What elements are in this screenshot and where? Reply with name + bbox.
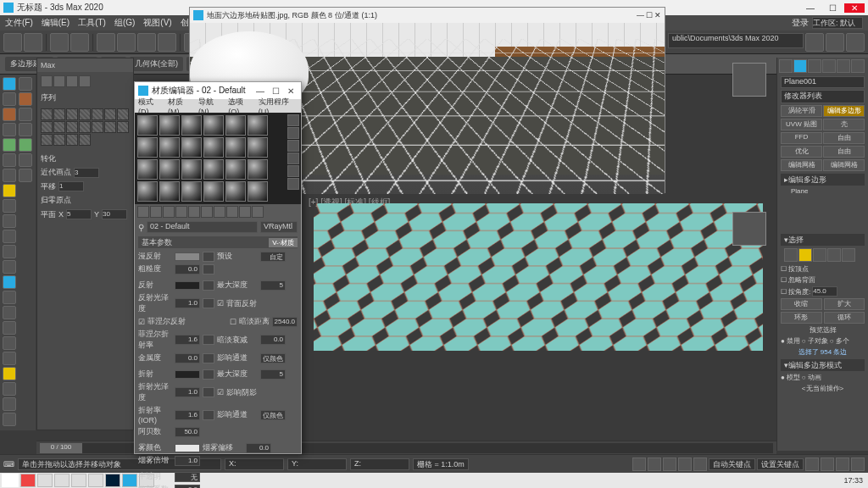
create-tab-icon[interactable] [779, 59, 793, 73]
thumb-icon[interactable] [53, 108, 65, 120]
menu-item[interactable]: 编辑(E) [42, 17, 70, 29]
time-thumb[interactable]: 0 / 100 [40, 443, 82, 453]
material-editor-button[interactable] [846, 33, 865, 52]
tool-icon[interactable] [3, 352, 16, 365]
sample-slot[interactable] [159, 181, 180, 202]
tool-icon[interactable] [19, 138, 32, 152]
move-button[interactable] [117, 33, 136, 52]
se-tool-icon[interactable] [66, 75, 78, 87]
rough-spinner[interactable]: 0.0 [175, 264, 200, 274]
refl-swatch[interactable] [175, 281, 200, 290]
diffuse-swatch[interactable] [175, 252, 200, 261]
play-next-icon[interactable] [678, 458, 692, 471]
play-end-icon[interactable] [693, 458, 707, 471]
thumb-icon[interactable] [66, 121, 78, 133]
edge-subobj-icon[interactable] [798, 248, 812, 262]
sample-slot[interactable] [248, 159, 268, 180]
tool-icon[interactable] [3, 382, 16, 396]
mat-tool-icon[interactable] [163, 206, 175, 218]
se-tool-icon[interactable] [41, 75, 53, 87]
thumb-icon[interactable] [53, 121, 65, 133]
mat-side-tool-icon[interactable] [287, 114, 299, 126]
taskbar-app-icon[interactable] [20, 474, 36, 487]
tool-icon[interactable] [3, 260, 16, 274]
sample-slot[interactable] [203, 137, 224, 158]
nav-icon[interactable] [836, 458, 849, 471]
minimize-button[interactable]: — [800, 3, 821, 13]
sample-slot[interactable] [248, 137, 268, 158]
play-start-icon[interactable] [632, 458, 646, 471]
tool-icon[interactable] [19, 92, 32, 106]
ribbon-tab[interactable]: 几何体(全部) [130, 57, 183, 71]
tool-icon[interactable] [19, 77, 32, 91]
map-slot[interactable] [203, 252, 214, 262]
mat-tool-icon[interactable] [201, 206, 213, 218]
mat-maximize[interactable]: ☐ [269, 86, 282, 96]
sample-slot[interactable] [225, 137, 246, 158]
se-tool-icon[interactable] [79, 75, 91, 87]
taskbar-time[interactable]: 17:33 [843, 476, 866, 485]
taskbar-app-icon[interactable] [88, 474, 103, 487]
mat-side-tool-icon[interactable] [287, 140, 299, 152]
thumb-icon[interactable] [92, 121, 103, 133]
mat-tool-icon[interactable] [188, 206, 200, 218]
nav-icon[interactable] [851, 458, 865, 471]
tool-icon[interactable] [19, 153, 32, 167]
tool-icon[interactable] [19, 169, 32, 182]
refr-swatch[interactable] [175, 370, 200, 379]
tool-icon[interactable] [3, 108, 16, 121]
tool-icon[interactable] [3, 184, 16, 197]
tool-icon[interactable] [3, 138, 16, 152]
sample-slot[interactable] [159, 137, 180, 158]
tool-icon[interactable] [3, 169, 16, 182]
mat-tool-icon[interactable] [252, 206, 264, 218]
close-button[interactable]: ✕ [844, 3, 865, 13]
sample-slot[interactable] [203, 159, 224, 180]
thumb-icon[interactable] [53, 134, 65, 146]
tool-icon[interactable] [3, 413, 16, 426]
render-setup-button[interactable] [805, 33, 824, 52]
mat-close[interactable]: ✕ [284, 86, 298, 96]
mat-tool-icon[interactable] [150, 206, 162, 218]
tool-icon[interactable] [3, 306, 16, 319]
mat-tool-icon[interactable] [226, 206, 238, 218]
hierarchy-tab-icon[interactable] [808, 59, 821, 73]
menu-item[interactable]: 组(G) [114, 17, 135, 29]
taskbar-app-icon[interactable] [71, 474, 86, 487]
mat-side-tool-icon[interactable] [287, 152, 299, 164]
sample-slot[interactable] [181, 115, 202, 136]
thumb-icon[interactable] [41, 108, 53, 120]
play-icon[interactable] [663, 458, 676, 471]
scale-button[interactable] [158, 33, 176, 52]
map-slot[interactable] [203, 280, 214, 291]
thumb-icon[interactable] [79, 108, 91, 120]
sample-slot[interactable] [181, 159, 202, 180]
map-slot[interactable] [203, 298, 214, 308]
taskbar-ps-icon[interactable] [105, 474, 120, 487]
thumb-icon[interactable] [92, 108, 103, 120]
maximize-button[interactable]: ☐ [822, 3, 843, 13]
tool-icon[interactable] [19, 108, 32, 121]
taskbar-app-icon[interactable] [37, 474, 53, 487]
nav-icon[interactable] [805, 458, 819, 471]
sample-slot[interactable] [137, 159, 158, 180]
tool-icon[interactable] [3, 153, 16, 167]
tool-icon[interactable] [3, 230, 16, 243]
thumb-icon[interactable] [117, 108, 129, 120]
tool-icon[interactable] [3, 77, 16, 91]
viewport-hex-plane[interactable] [314, 203, 763, 424]
mat-tool-icon[interactable] [239, 206, 251, 218]
zcoord[interactable]: Z: [350, 458, 409, 470]
sample-slot[interactable] [137, 115, 158, 136]
vertex-subobj-icon[interactable] [784, 248, 798, 262]
material-name-field[interactable]: 02 - Default [147, 221, 258, 233]
se-tool-icon[interactable] [53, 75, 65, 87]
material-type-button[interactable]: VRayMtl [260, 221, 298, 233]
tool-icon[interactable] [3, 275, 16, 289]
sample-slot[interactable] [248, 115, 268, 136]
rotate-button[interactable] [137, 33, 156, 52]
thumb-icon[interactable] [66, 108, 78, 120]
sample-slot[interactable] [225, 159, 246, 180]
menu-item[interactable]: 视图(V) [143, 17, 171, 29]
thumb-icon[interactable] [104, 108, 116, 120]
